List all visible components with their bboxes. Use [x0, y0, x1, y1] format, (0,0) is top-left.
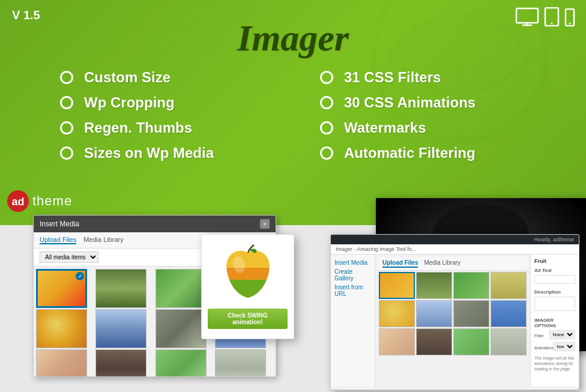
- bullet-8: [320, 146, 333, 160]
- media-thumb-1[interactable]: ✓: [36, 269, 87, 308]
- svg-rect-16: [224, 280, 272, 301]
- animation-row: Animation None: [534, 342, 575, 353]
- small-thumb-4[interactable]: [491, 272, 527, 299]
- feature-item-7: Watermarks: [320, 119, 556, 136]
- bullet-6: [320, 96, 333, 109]
- description-label: Description: [534, 289, 575, 295]
- filter-row: Filter None: [534, 330, 575, 341]
- animation-note: The image will do the animations during …: [534, 355, 575, 372]
- feature-text-8: Automatic Filtering: [344, 145, 476, 161]
- dialog-right-nav: Upload Files Media Library: [378, 257, 528, 271]
- feature-item-4: Sizes on Wp Media: [60, 145, 296, 161]
- sidebar-insert-url[interactable]: Insert from URL: [334, 284, 371, 297]
- svg-rect-15: [224, 268, 272, 280]
- small-thumb-9[interactable]: [379, 328, 415, 355]
- dialog-header-left: Insert Media ×: [34, 216, 276, 232]
- dialog-right-sidebar: Insert Media Create Gallery Insert from …: [331, 255, 375, 387]
- sidebar-insert-media[interactable]: Insert Media: [334, 259, 371, 266]
- small-thumb-8[interactable]: [491, 300, 527, 327]
- small-thumb-11[interactable]: [453, 328, 489, 355]
- small-media-grid: [378, 271, 528, 357]
- feature-item-8: Automatic Filtering: [320, 145, 556, 161]
- theme-logo: ad theme: [6, 189, 72, 213]
- features-left: Custom Size Wp Cropping Regen. Thumbs Si…: [60, 69, 296, 161]
- wp-dialog-right: Howdy, adtheme Imager - Amazing Image To…: [330, 234, 579, 390]
- features-section: Custom Size Wp Cropping Regen. Thumbs Si…: [60, 69, 556, 161]
- media-thumb-2[interactable]: [95, 269, 146, 308]
- small-thumb-5[interactable]: [379, 300, 415, 327]
- fruit-popup: Check SWING animation!: [201, 234, 294, 339]
- small-thumb-12[interactable]: [491, 328, 527, 355]
- animation-label: Animation: [534, 346, 553, 350]
- feature-text-5: 31 CSS Filters: [344, 69, 441, 86]
- feature-item-1: Custom Size: [60, 69, 296, 86]
- bullet-3: [60, 121, 73, 134]
- dialog-nav-upload[interactable]: Upload Files: [40, 236, 76, 244]
- feature-text-4: Sizes on Wp Media: [84, 145, 214, 161]
- feature-text-1: Custom Size: [84, 69, 171, 86]
- alt-text-label: Alt Text: [534, 268, 575, 273]
- bullet-1: [60, 71, 73, 84]
- page-title: Imager: [0, 17, 586, 59]
- bullet-4: [60, 146, 73, 160]
- feature-text-3: Regen. Thumbs: [84, 119, 192, 136]
- filter-label: Filter: [534, 334, 549, 338]
- fruit-label: Fruit: [534, 258, 575, 264]
- dialog-right-options-panel: Fruit Alt Text Description IMAGER OPTION…: [530, 255, 579, 387]
- svg-text:ad: ad: [11, 196, 24, 208]
- media-thumb-10[interactable]: [95, 349, 146, 377]
- small-thumb-1[interactable]: [379, 272, 415, 299]
- dialog-right-main: Upload Files Media Library: [375, 255, 530, 387]
- dialog-nav-library[interactable]: Media Library: [83, 236, 124, 244]
- feature-text-7: Watermarks: [344, 119, 426, 136]
- animation-select[interactable]: None: [553, 342, 575, 351]
- right-nav-library[interactable]: Media Library: [424, 259, 461, 268]
- bullet-2: [60, 96, 73, 109]
- feature-item-5: 31 CSS Filters: [320, 69, 556, 86]
- dialog-close-left[interactable]: ×: [260, 219, 270, 229]
- media-thumb-6[interactable]: [95, 309, 146, 348]
- media-thumb-12[interactable]: [215, 349, 266, 377]
- feature-text-6: 30 CSS Animations: [344, 94, 476, 111]
- admin-bar: Howdy, adtheme: [331, 235, 579, 244]
- small-thumb-6[interactable]: [416, 300, 452, 327]
- small-thumb-10[interactable]: [416, 328, 452, 355]
- alt-text-input[interactable]: [534, 275, 575, 284]
- small-thumb-3[interactable]: [453, 272, 489, 299]
- ad-logo-icon: ad: [6, 189, 30, 213]
- feature-item-2: Wp Cropping: [60, 94, 296, 111]
- media-thumb-9[interactable]: [36, 349, 87, 377]
- bullet-5: [320, 71, 333, 84]
- imager-options-label: IMAGER OPTIONS: [534, 318, 575, 328]
- dialog-title-left: Insert Media: [40, 220, 79, 228]
- media-thumb-7[interactable]: [156, 309, 207, 348]
- feature-text-2: Wp Cropping: [84, 94, 175, 111]
- filter-select[interactable]: None: [549, 330, 575, 339]
- plugin-name-bar: Imager - Amazing Image Tool fo...: [331, 244, 579, 255]
- check-swing-button[interactable]: Check SWING animation!: [208, 309, 288, 329]
- dialog-right-body: Insert Media Create Gallery Insert from …: [331, 255, 579, 387]
- feature-item-6: 30 CSS Animations: [320, 94, 556, 111]
- media-thumb-3[interactable]: [156, 269, 207, 308]
- right-nav-upload[interactable]: Upload Files: [382, 259, 418, 268]
- features-right: 31 CSS Filters 30 CSS Animations Waterma…: [320, 69, 556, 161]
- small-thumb-2[interactable]: [416, 272, 452, 299]
- hero-section: V 1.5 Imager Custom Size: [0, 0, 586, 225]
- bullet-7: [320, 121, 333, 134]
- theme-logo-label: theme: [32, 193, 72, 209]
- feature-item-3: Regen. Thumbs: [60, 119, 296, 136]
- sidebar-create-gallery[interactable]: Create Gallery: [334, 268, 371, 282]
- media-thumb-11[interactable]: [156, 349, 207, 377]
- media-filter-select[interactable]: All media items: [40, 252, 98, 263]
- admin-greeting: Howdy, adtheme: [534, 237, 574, 243]
- fruit-image: [218, 244, 278, 304]
- plugin-name: Imager - Amazing Image Tool fo...: [336, 246, 416, 252]
- small-thumb-7[interactable]: [453, 300, 489, 327]
- media-thumb-5[interactable]: [36, 309, 87, 348]
- description-textarea[interactable]: [534, 297, 575, 311]
